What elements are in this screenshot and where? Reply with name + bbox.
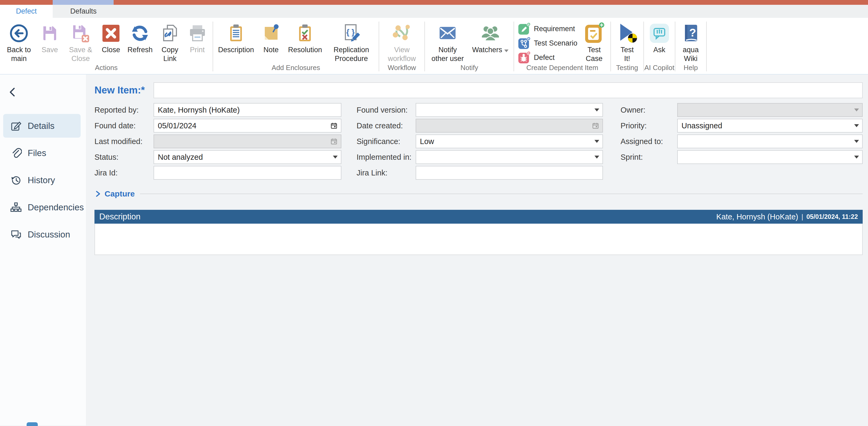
aqua-wiki-button[interactable]: ? aqua Wiki bbox=[677, 18, 705, 63]
create-defect-button[interactable]: Defect bbox=[518, 51, 578, 64]
sidebar-item-files[interactable]: Files bbox=[3, 141, 81, 165]
replication-procedure-button[interactable]: { } Replication Procedure bbox=[326, 18, 377, 63]
found-date-input[interactable] bbox=[154, 119, 341, 132]
dropdown-caret-icon bbox=[333, 156, 338, 159]
ribbon-group-create-dependent-item: Requirement Test Scenario Defect bbox=[514, 18, 611, 74]
test-it-icon bbox=[616, 22, 638, 45]
note-button[interactable]: Note bbox=[257, 18, 285, 54]
jira-id-input[interactable] bbox=[154, 166, 341, 180]
test-scenario-icon bbox=[518, 37, 531, 50]
ribbon-group-add-enclosures: Description Note Resolution { } Replicat… bbox=[213, 18, 379, 74]
save-button[interactable]: Save bbox=[36, 18, 63, 54]
priority-select[interactable]: Unassigned bbox=[677, 119, 863, 132]
window-accent-strip bbox=[0, 0, 868, 5]
print-button[interactable]: Print bbox=[184, 18, 211, 54]
assigned-to-select[interactable] bbox=[677, 134, 863, 148]
dropdown-caret-icon bbox=[594, 156, 599, 159]
description-enclosure: Description Kate, Hornysh (HoKate) | 05/… bbox=[94, 210, 863, 255]
jira-link-input[interactable] bbox=[416, 166, 603, 180]
copy-link-button[interactable]: Copy Link bbox=[156, 18, 184, 63]
ribbon-group-help: ? aqua Wiki Help bbox=[675, 18, 706, 74]
save-icon bbox=[40, 22, 60, 45]
sidebar-collapse-button[interactable] bbox=[7, 86, 20, 98]
capture-section-toggle[interactable]: Capture bbox=[94, 188, 863, 200]
sidebar-item-discussion[interactable]: Discussion bbox=[3, 222, 81, 246]
implemented-in-select[interactable] bbox=[416, 150, 603, 164]
defaults-tab-accent bbox=[53, 0, 114, 5]
ribbon-tabbar: Defect Defaults bbox=[0, 5, 868, 18]
dropdown-caret-icon bbox=[594, 109, 599, 112]
tab-defect[interactable]: Defect bbox=[0, 5, 53, 18]
description-button[interactable]: Description bbox=[215, 18, 257, 54]
dropdown-caret-icon bbox=[854, 140, 859, 143]
sidebar-item-dependencies[interactable]: Dependencies bbox=[3, 195, 81, 219]
status-select[interactable]: Not analyzed bbox=[154, 150, 341, 164]
owner-select bbox=[677, 103, 863, 117]
ask-button[interactable]: Ask bbox=[646, 18, 673, 54]
group-separator bbox=[706, 22, 707, 71]
edit-icon bbox=[10, 120, 22, 132]
close-icon bbox=[101, 22, 121, 45]
resolution-button[interactable]: Resolution bbox=[285, 18, 326, 54]
svg-text:{ }: { } bbox=[346, 28, 355, 36]
test-case-icon bbox=[583, 22, 606, 45]
save-close-icon bbox=[70, 22, 91, 45]
dropdown-caret-icon bbox=[854, 156, 859, 159]
test-it-button[interactable]: Test It! bbox=[613, 18, 642, 63]
wiki-book-icon: ? bbox=[681, 22, 701, 45]
chevron-right-icon bbox=[94, 189, 101, 198]
ribbon-group-testing: Test It! Testing bbox=[611, 18, 643, 74]
sidebar-item-history[interactable]: History bbox=[3, 168, 81, 192]
detail-form: New Item:* Reported by: Found date: bbox=[86, 74, 868, 425]
last-modified-input bbox=[154, 134, 341, 148]
calendar-icon[interactable] bbox=[330, 122, 338, 129]
chevron-left-icon bbox=[7, 86, 19, 98]
ask-chat-icon bbox=[649, 22, 670, 45]
description-title: Description bbox=[99, 212, 141, 221]
defect-icon bbox=[518, 51, 531, 64]
reported-by-input[interactable] bbox=[154, 103, 341, 117]
svg-text:?: ? bbox=[689, 26, 696, 39]
create-test-case-button[interactable]: Test Case bbox=[580, 18, 609, 63]
watchers-icon bbox=[480, 22, 501, 45]
refresh-icon bbox=[130, 22, 150, 45]
create-test-scenario-button[interactable]: Test Scenario bbox=[518, 37, 578, 49]
back-icon bbox=[9, 22, 29, 45]
back-to-main-button[interactable]: Back to main bbox=[2, 18, 36, 63]
description-meta: Kate, Hornysh (HoKate) | 05/01/2024, 11:… bbox=[716, 212, 858, 221]
replication-procedure-icon: { } bbox=[341, 22, 361, 45]
calendar-icon bbox=[592, 122, 599, 129]
sidebar: Details Files History Dependencies bbox=[0, 74, 86, 425]
view-workflow-button[interactable]: View workflow bbox=[381, 18, 423, 63]
paperclip-icon bbox=[10, 147, 22, 159]
new-item-label: New Item:* bbox=[94, 85, 154, 96]
resolution-icon bbox=[295, 22, 315, 45]
save-and-close-button[interactable]: Save & Close bbox=[63, 18, 98, 63]
refresh-button[interactable]: Refresh bbox=[124, 18, 156, 54]
sidebar-item-details[interactable]: Details bbox=[3, 114, 81, 138]
description-icon bbox=[226, 22, 246, 45]
create-requirement-button[interactable]: Requirement bbox=[518, 23, 578, 35]
close-button[interactable]: Close bbox=[98, 18, 124, 54]
description-editor[interactable] bbox=[94, 224, 863, 255]
print-icon bbox=[187, 22, 208, 45]
bottom-edge-button[interactable] bbox=[27, 422, 38, 426]
notify-other-user-button[interactable]: Notify other user bbox=[427, 18, 469, 63]
copy-link-icon bbox=[160, 22, 180, 45]
view-workflow-icon bbox=[392, 22, 412, 45]
dropdown-caret-icon bbox=[854, 109, 859, 112]
requirement-icon bbox=[518, 22, 531, 35]
section-rule bbox=[140, 193, 863, 194]
sprint-select[interactable] bbox=[677, 150, 863, 164]
ribbon-toolbar: Back to main Save Save & Close Close bbox=[0, 18, 868, 74]
found-version-select[interactable] bbox=[416, 103, 603, 117]
watchers-button[interactable]: Watchers bbox=[469, 18, 512, 54]
calendar-icon bbox=[330, 138, 338, 145]
discussion-icon bbox=[10, 229, 22, 240]
watchers-dropdown-caret bbox=[504, 50, 508, 52]
new-item-input[interactable] bbox=[154, 82, 863, 98]
tab-defaults[interactable]: Defaults bbox=[53, 5, 114, 18]
dropdown-caret-icon bbox=[594, 140, 599, 143]
ribbon-group-notify: Notify other user Watchers Notify bbox=[425, 18, 514, 74]
significance-select[interactable]: Low bbox=[416, 134, 603, 148]
